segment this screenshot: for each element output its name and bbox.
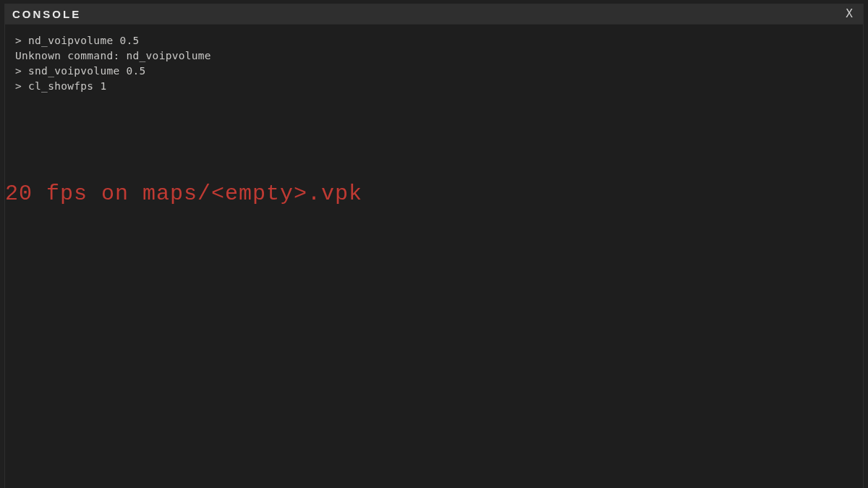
fps-overlay: 20 fps on maps/<empty>.vpk: [5, 182, 362, 205]
close-icon[interactable]: X: [843, 8, 856, 21]
console-line: > cl_showfps 1: [15, 79, 853, 94]
window-title: CONSOLE: [12, 8, 81, 20]
console-window: CONSOLE X > nd_voipvolume 0.5 Unknown co…: [4, 4, 864, 488]
console-line: Unknown command: nd_voipvolume: [15, 48, 853, 64]
console-line: > snd_voipvolume 0.5: [15, 64, 853, 79]
titlebar: CONSOLE X: [5, 4, 863, 25]
console-output[interactable]: > nd_voipvolume 0.5 Unknown command: nd_…: [5, 25, 863, 488]
console-line: > nd_voipvolume 0.5: [15, 33, 853, 48]
